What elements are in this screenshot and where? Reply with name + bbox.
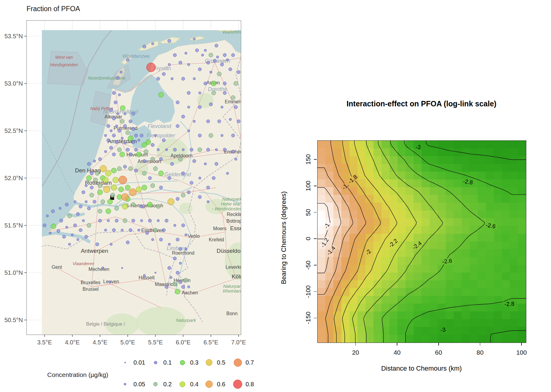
map-point — [140, 134, 143, 137]
map-point — [226, 59, 229, 61]
right-y-tick-label: 50 — [305, 209, 312, 216]
map-point — [98, 209, 102, 213]
map-point — [131, 202, 135, 207]
map-point — [107, 219, 110, 222]
legend-dot-0.2 — [153, 382, 158, 386]
map-label: Hasselt — [139, 275, 155, 280]
legend-dot-0.1 — [154, 361, 157, 364]
map-point — [198, 148, 202, 152]
legend-dot-0.3 — [180, 360, 185, 365]
map-point — [159, 158, 163, 161]
map-point — [153, 228, 158, 232]
legend-label-0.4: 0.4 — [190, 381, 199, 388]
map-point — [112, 117, 116, 120]
right-y-tick-label: -50 — [305, 261, 312, 270]
map-point — [151, 183, 155, 188]
map-point — [132, 112, 135, 115]
map-label: Bottrop — [226, 218, 242, 224]
map-label: Köln — [232, 273, 243, 280]
map-point — [231, 53, 235, 57]
map-point — [120, 119, 124, 124]
map-point — [116, 76, 119, 80]
map-point — [57, 229, 60, 233]
map-point — [184, 278, 188, 282]
map-point — [204, 49, 207, 52]
right-x-tick-label: 40 — [393, 349, 400, 356]
contour-plot — [317, 140, 526, 343]
map-point — [193, 159, 196, 163]
map-point — [110, 130, 112, 132]
map-point — [138, 229, 140, 231]
map-point — [185, 248, 187, 250]
right-x-axis-title: Distance to Chemours (km) — [317, 365, 526, 372]
map-point — [134, 134, 138, 137]
map-label: Brussel — [83, 287, 99, 292]
map-point — [49, 232, 51, 234]
map-y-tick-label: 52.0°N — [5, 175, 23, 181]
map-point — [126, 130, 130, 135]
map-y-tick-label: 51.0°N — [5, 269, 23, 276]
legend-label-0.01: 0.01 — [133, 359, 145, 366]
map-x-tick-label: 4.5°E — [92, 339, 107, 346]
map-point — [128, 136, 133, 141]
map-point — [182, 115, 185, 118]
legend-label-0.3: 0.3 — [190, 359, 199, 366]
map-point — [114, 101, 117, 104]
map-label: Krefeld — [209, 237, 224, 242]
map-y-tick-label: 52.5°N — [5, 127, 23, 134]
map-point — [218, 120, 221, 123]
map-point — [118, 187, 124, 192]
map-point — [140, 219, 143, 222]
map-point — [98, 190, 103, 195]
map-point — [59, 207, 61, 210]
map-x-tick-label: 7.0°E — [231, 339, 246, 346]
map-point — [95, 243, 99, 246]
map-point — [134, 169, 138, 172]
map-point — [87, 162, 91, 165]
map-point — [146, 63, 155, 72]
map-point — [79, 228, 82, 232]
map-point — [126, 58, 130, 61]
map-point — [231, 134, 235, 137]
map-y-tick-label: 53.5°N — [5, 33, 23, 39]
map-raster: West vanHondsgrondenNoordzeekustzoneNabi… — [36, 20, 252, 349]
right-x-tick-label: 100 — [516, 349, 527, 356]
right-y-tick — [314, 212, 317, 213]
map-point — [121, 229, 124, 231]
map-point — [46, 215, 49, 217]
map-point — [217, 72, 221, 76]
map-point — [198, 105, 202, 109]
map-x-tick-label: 3.5°E — [37, 339, 52, 346]
map-point — [112, 91, 116, 95]
map-x-tick-label: 6.5°E — [203, 339, 218, 346]
map-point — [129, 228, 132, 232]
map-point — [187, 106, 190, 108]
map-point — [103, 186, 110, 193]
legend-dot-0.6 — [205, 381, 213, 388]
map-point — [176, 271, 179, 274]
map-point — [138, 139, 140, 141]
map-point — [112, 134, 116, 137]
map-point — [114, 206, 119, 211]
map-y-tick-label: 50.5°N — [5, 317, 23, 323]
map-point — [142, 171, 146, 175]
map-point — [159, 186, 163, 189]
map-point — [134, 148, 138, 151]
map-label: Recklingh. — [227, 212, 249, 217]
map-point — [175, 289, 180, 294]
map-point — [220, 63, 224, 66]
map-point — [212, 177, 215, 180]
map-point — [185, 52, 187, 55]
map-point — [223, 148, 227, 151]
map-point — [118, 94, 121, 96]
map-point — [174, 224, 176, 227]
legend-label-0.2: 0.2 — [163, 381, 172, 388]
map-label: Venlo — [188, 234, 200, 239]
map-label: Naturpark — [222, 196, 242, 202]
map-point — [126, 148, 130, 151]
map-point — [117, 148, 121, 152]
map-point — [226, 172, 229, 174]
map-point — [210, 71, 212, 73]
map-point — [98, 183, 102, 188]
map-point — [136, 152, 141, 157]
